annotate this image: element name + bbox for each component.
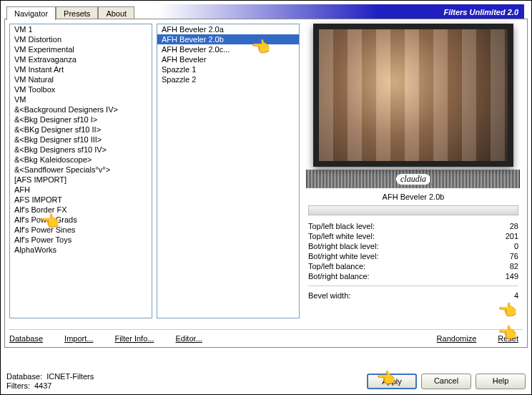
param-row: Top/left black level:28 <box>308 221 518 231</box>
bevel-width-label: Bevel width: <box>308 291 350 300</box>
category-item[interactable]: &<Bkg Kaleidoscope> <box>10 155 152 165</box>
param-value[interactable]: 149 <box>506 272 518 281</box>
category-item[interactable]: [AFS IMPORT] <box>10 175 152 185</box>
preview-overlay <box>319 29 508 161</box>
category-item[interactable]: &<BKg Designer sf10 II> <box>10 125 152 135</box>
category-item[interactable]: VM Experimental <box>10 44 152 54</box>
param-value[interactable]: 201 <box>506 232 518 240</box>
filter-list[interactable]: AFH Beveler 2.0aAFH Beveler 2.0bAFH Beve… <box>157 24 300 318</box>
param-row: Bot/right black level:0 <box>308 241 518 251</box>
param-label: Bot/right white level: <box>308 252 378 260</box>
param-label: Top/left balance: <box>308 262 365 270</box>
button-bar: Apply Cancel Help <box>367 374 526 389</box>
apply-button[interactable]: Apply <box>367 374 417 389</box>
status-bar: Database:ICNET-Filters Filters:4437 Appl… <box>6 372 526 390</box>
title-bar: Filters Unlimited 2.0 <box>158 4 524 19</box>
watermark-text: claudia <box>396 174 430 185</box>
navigator-panel: VM 1VM DistortionVM ExperimentalVM Extra… <box>4 19 528 348</box>
category-item[interactable]: VM 1 <box>10 24 152 34</box>
db-label: Database: <box>6 372 42 381</box>
category-item[interactable]: AlphaWorks <box>10 245 152 255</box>
category-item[interactable]: &<Bkg Designer sf10 I> <box>10 114 152 125</box>
randomize-button[interactable]: Randomize <box>437 334 477 343</box>
category-item[interactable]: &<Sandflower Specials°v°> <box>10 165 152 175</box>
filters-count: 4437 <box>34 381 51 390</box>
category-item[interactable]: &<Bkg Designers sf10 IV> <box>10 145 152 155</box>
bevel-width-row: Bevel width: 4 <box>308 291 518 301</box>
cancel-button[interactable]: Cancel <box>421 374 471 389</box>
action-bar: Database Import... Filter Info... Editor… <box>9 329 523 343</box>
current-filter-name: AFH Beveler 2.0b <box>304 192 523 201</box>
param-label: Top/left black level: <box>308 222 375 230</box>
help-button[interactable]: Help <box>476 374 526 389</box>
param-row: Top/left white level:201 <box>308 231 518 241</box>
category-list[interactable]: VM 1VM DistortionVM ExperimentalVM Extra… <box>9 24 152 318</box>
editor-button[interactable]: Editor... <box>175 334 202 343</box>
progress-bar <box>308 205 518 215</box>
param-value[interactable]: 76 <box>510 252 518 260</box>
separator <box>308 286 518 286</box>
watermark: claudia <box>306 170 521 188</box>
import-button[interactable]: Import... <box>64 334 93 343</box>
database-button[interactable]: Database <box>9 334 43 343</box>
category-item[interactable]: Alf's Power Grads <box>10 215 152 225</box>
filters-label: Filters: <box>6 381 30 390</box>
filter-item[interactable]: Spazzle 1 <box>157 64 299 74</box>
category-item[interactable]: &<Bkg Designer sf10 III> <box>10 135 152 145</box>
category-item[interactable]: AFH <box>10 185 152 195</box>
param-row: Top/left balance:82 <box>308 261 518 271</box>
param-value[interactable]: 0 <box>514 242 518 250</box>
reset-button[interactable]: Reset <box>498 334 518 343</box>
category-item[interactable]: VM Instant Art <box>10 64 152 74</box>
tab-navigator[interactable]: Navigator <box>6 6 56 20</box>
category-item[interactable]: VM Natural <box>10 74 152 84</box>
category-item[interactable]: VM <box>10 94 152 104</box>
category-item[interactable]: AFS IMPORT <box>10 195 152 205</box>
param-label: Bot/right black level: <box>308 242 378 250</box>
category-item[interactable]: Alf's Power Toys <box>10 235 152 245</box>
category-item[interactable]: &<Background Designers IV> <box>10 104 152 114</box>
category-item[interactable]: VM Distortion <box>10 34 152 44</box>
param-row: Bot/right balance:149 <box>308 271 518 281</box>
bevel-width-value[interactable]: 4 <box>514 291 518 300</box>
db-value: ICNET-Filters <box>46 372 94 381</box>
param-row: Bot/right white level:76 <box>308 251 518 261</box>
param-label: Top/left white level: <box>308 232 375 240</box>
right-column: claudia AFH Beveler 2.0b Top/left black … <box>304 24 523 343</box>
category-item[interactable]: Alf's Border FX <box>10 205 152 215</box>
category-item[interactable]: VM Extravaganza <box>10 54 152 64</box>
category-item[interactable]: Alf's Power Sines <box>10 225 152 235</box>
filter-item[interactable]: AFH Beveler 2.0a <box>157 24 299 34</box>
filter-item[interactable]: AFH Beveler <box>157 54 299 64</box>
status-left: Database:ICNET-Filters Filters:4437 <box>6 372 94 390</box>
filter-item[interactable]: AFH Beveler 2.0c... <box>157 44 299 54</box>
param-label: Bot/right balance: <box>308 272 370 281</box>
app-title: Filters Unlimited 2.0 <box>443 8 518 16</box>
preview-image <box>313 24 513 167</box>
filter-info-button[interactable]: Filter Info... <box>114 334 154 343</box>
filter-item[interactable]: AFH Beveler 2.0b <box>157 34 299 44</box>
param-value[interactable]: 28 <box>510 222 518 230</box>
filter-item[interactable]: Spazzle 2 <box>157 74 299 84</box>
parameter-list: Top/left black level:28Top/left white le… <box>304 221 523 281</box>
param-value[interactable]: 82 <box>510 262 518 270</box>
category-item[interactable]: VM Toolbox <box>10 84 152 94</box>
